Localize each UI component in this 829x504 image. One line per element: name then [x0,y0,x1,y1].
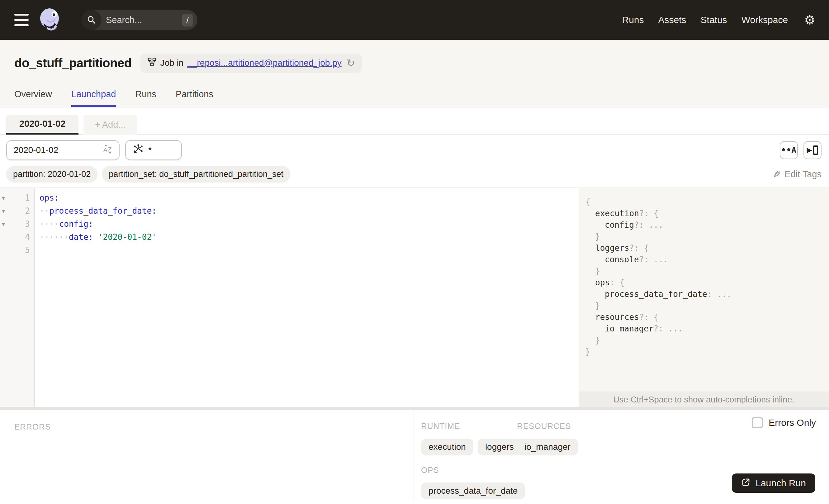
edit-tags-label: Edit Tags [785,169,822,179]
bottom-panel: ERRORS RUNTIME execution loggers RESOURC… [0,410,829,501]
reload-icon[interactable]: ↻ [347,58,355,68]
job-tabs: Overview Launchpad Runs Partitions [0,89,829,107]
launch-run-button[interactable]: Launch Run [732,473,815,493]
line-number: 3 [10,217,35,230]
search-shortcut-badge: / [182,14,193,27]
top-bar: / Runs Assets Status Workspace ⚙ [0,0,829,40]
launch-run-label: Launch Run [756,478,806,489]
errors-only-label: Errors Only [768,418,816,428]
tab-overview[interactable]: Overview [14,89,52,107]
chip-execution[interactable]: execution [421,439,473,456]
errors-only-checkbox[interactable] [752,417,763,428]
whitespace-icon: ••A [781,145,797,155]
tag-partition-set: partition_set: do_stuff_partitioned_part… [102,166,290,183]
editor-line: ▾ 1 ops: [0,191,579,204]
errors-label: ERRORS [14,422,399,432]
chip-process-data-for-date[interactable]: process_data_for_date [421,482,525,499]
fold-arrow-icon[interactable]: ▾ [0,204,10,217]
fold-arrow-icon[interactable]: ▾ [0,217,10,230]
tab-runs[interactable]: Runs [135,89,156,107]
tags-row: partition: 2020-01-02 partition_set: do_… [0,166,829,187]
add-config-tab-button[interactable]: + Add... [83,115,137,135]
sort-alphabetical-icon: A Z [103,144,113,157]
errors-section: ERRORS [0,410,414,501]
page-header: do_stuff_partitioned Job in __reposi...a… [0,40,829,107]
partition-select[interactable]: 2020-01-02 A Z [6,140,119,160]
job-origin-prefix: Job in [160,58,184,68]
editor-line: 4 ······date: '2020-01-02' [0,230,579,244]
config-overview-section: RUNTIME execution loggers RESOURCES io_m… [414,410,829,501]
global-search: / [82,10,197,30]
edit-tags-button[interactable]: ✎ Edit Tags [773,169,822,179]
menu-icon[interactable] [14,14,29,26]
runtime-label: RUNTIME [421,422,517,431]
fold-arrow-icon [0,244,10,257]
dagster-logo-icon[interactable] [38,7,62,32]
fold-arrow-icon[interactable]: ▾ [0,191,10,204]
search-input[interactable] [102,15,182,25]
nav-workspace[interactable]: Workspace [742,15,788,25]
op-selector[interactable]: * [125,140,182,160]
search-icon [82,10,102,30]
op-selector-icon [133,144,144,157]
launchpad-toolbar: 2020-01-02 A Z [0,135,829,166]
svg-text:A: A [103,147,107,153]
errors-only-toggle[interactable]: Errors Only [752,417,816,428]
tab-launchpad[interactable]: Launchpad [71,89,116,107]
pencil-icon: ✎ [773,170,781,179]
autocomplete-hint: Use Ctrl+Space to show auto-completions … [579,392,829,407]
nav-status[interactable]: Status [701,15,727,25]
partition-select-value: 2020-01-02 [14,145,103,155]
job-graph-icon [147,57,157,69]
editor-line: ▾ 3 ····config: [0,217,579,230]
chip-io-manager[interactable]: io_manager [517,439,578,456]
nav-runs[interactable]: Runs [622,15,644,25]
expand-panel-icon: ▶ [807,145,819,155]
job-origin-pill: Job in __reposi...artitioned@partitioned… [140,53,362,73]
horizontal-splitter[interactable] [0,407,829,410]
tag-partition: partition: 2020-01-02 [6,166,98,183]
yaml-config-editor[interactable]: ▾ 1 ops: ▾ 2 ··process_data_for_date: ▾ … [0,188,579,407]
config-schema-panel: { execution?: { config?: ... } loggers?:… [579,188,829,407]
svg-text:Z: Z [108,146,112,153]
line-number: 1 [10,191,35,204]
line-number: 4 [10,230,35,244]
launch-icon [741,477,751,489]
toggle-config-panel-button[interactable]: ▶ [803,141,822,159]
config-tab-strip: 2020-01-02 + Add... [0,107,829,135]
line-number: 5 [10,244,35,257]
page-title: do_stuff_partitioned [14,56,132,70]
resources-label: RESOURCES [517,422,578,431]
config-tab-2020-01-02[interactable]: 2020-01-02 [6,115,78,135]
chip-loggers[interactable]: loggers [478,439,521,456]
fold-arrow-icon [0,230,10,244]
toggle-whitespace-button[interactable]: ••A [780,141,798,159]
config-workspace: ▾ 1 ops: ▾ 2 ··process_data_for_date: ▾ … [0,187,829,407]
editor-line: ▾ 2 ··process_data_for_date: [0,204,579,217]
tab-partitions[interactable]: Partitions [176,89,213,107]
line-number: 2 [10,204,35,217]
settings-gear-icon[interactable]: ⚙ [804,14,815,26]
top-nav: Runs Assets Status Workspace [622,15,788,25]
job-origin-link[interactable]: __reposi...artitioned@partitioned_job.py [187,58,341,68]
editor-line: 5 [0,244,579,257]
op-selector-value: * [148,145,176,155]
nav-assets[interactable]: Assets [658,15,686,25]
